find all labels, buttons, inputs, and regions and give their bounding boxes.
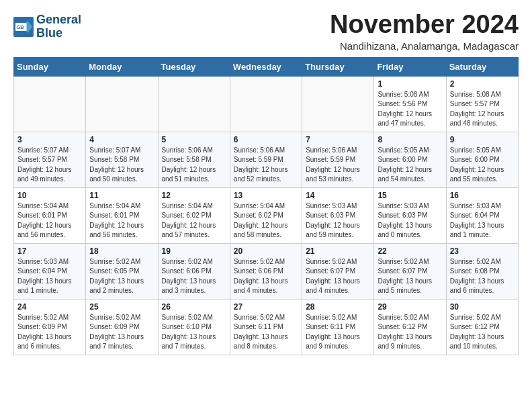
day-number: 6 — [234, 135, 298, 144]
day-number: 11 — [89, 191, 154, 200]
day-number: 12 — [162, 191, 226, 200]
day-info: Sunrise: 5:04 AM Sunset: 6:02 PM Dayligh… — [234, 201, 298, 240]
day-info: Sunrise: 5:02 AM Sunset: 6:09 PM Dayligh… — [17, 313, 82, 352]
calendar-day-cell: 23Sunrise: 5:02 AM Sunset: 6:08 PM Dayli… — [446, 243, 518, 299]
logo: GB General Blue — [13, 13, 81, 40]
day-info: Sunrise: 5:06 AM Sunset: 5:59 PM Dayligh… — [234, 146, 298, 185]
calendar-day-cell — [230, 76, 302, 132]
day-info: Sunrise: 5:03 AM Sunset: 6:03 PM Dayligh… — [378, 201, 442, 240]
calendar-day-cell — [302, 76, 374, 132]
day-info: Sunrise: 5:08 AM Sunset: 5:56 PM Dayligh… — [378, 90, 442, 129]
calendar-day-cell: 11Sunrise: 5:04 AM Sunset: 6:01 PM Dayli… — [86, 187, 158, 243]
weekday-header-cell: Friday — [374, 57, 446, 76]
day-number: 23 — [450, 246, 515, 256]
weekday-header-cell: Wednesday — [230, 57, 302, 76]
logo-text: General Blue — [36, 13, 81, 40]
day-info: Sunrise: 5:07 AM Sunset: 5:57 PM Dayligh… — [17, 146, 82, 185]
day-info: Sunrise: 5:02 AM Sunset: 6:09 PM Dayligh… — [89, 313, 154, 352]
day-info: Sunrise: 5:07 AM Sunset: 5:58 PM Dayligh… — [89, 146, 154, 185]
day-info: Sunrise: 5:02 AM Sunset: 6:07 PM Dayligh… — [378, 257, 442, 296]
calendar-day-cell: 15Sunrise: 5:03 AM Sunset: 6:03 PM Dayli… — [374, 187, 446, 243]
day-number: 14 — [306, 191, 370, 200]
day-info: Sunrise: 5:02 AM Sunset: 6:07 PM Dayligh… — [306, 257, 370, 296]
day-number: 30 — [450, 302, 515, 312]
day-number: 2 — [450, 79, 515, 89]
calendar-week-row: 17Sunrise: 5:03 AM Sunset: 6:04 PM Dayli… — [14, 243, 519, 299]
day-info: Sunrise: 5:02 AM Sunset: 6:06 PM Dayligh… — [162, 257, 226, 296]
calendar-week-row: 10Sunrise: 5:04 AM Sunset: 6:01 PM Dayli… — [14, 187, 519, 243]
calendar-day-cell: 10Sunrise: 5:04 AM Sunset: 6:01 PM Dayli… — [14, 187, 86, 243]
weekday-header-cell: Thursday — [302, 57, 374, 76]
day-info: Sunrise: 5:02 AM Sunset: 6:06 PM Dayligh… — [234, 257, 298, 296]
weekday-header-cell: Monday — [86, 57, 158, 76]
day-number: 8 — [378, 135, 442, 144]
calendar-day-cell — [86, 76, 158, 132]
calendar-day-cell: 27Sunrise: 5:02 AM Sunset: 6:11 PM Dayli… — [230, 299, 302, 355]
day-info: Sunrise: 5:02 AM Sunset: 6:11 PM Dayligh… — [306, 313, 370, 352]
calendar-body: 1Sunrise: 5:08 AM Sunset: 5:56 PM Daylig… — [14, 76, 519, 355]
calendar-day-cell: 17Sunrise: 5:03 AM Sunset: 6:04 PM Dayli… — [14, 243, 86, 299]
day-number: 22 — [378, 246, 442, 256]
calendar-week-row: 1Sunrise: 5:08 AM Sunset: 5:56 PM Daylig… — [14, 76, 519, 132]
calendar-day-cell: 22Sunrise: 5:02 AM Sunset: 6:07 PM Dayli… — [374, 243, 446, 299]
day-number: 27 — [234, 302, 298, 312]
day-number: 25 — [89, 302, 154, 312]
day-number: 26 — [162, 302, 226, 312]
title-block: November 2024 Nandihizana, Analamanga, M… — [330, 11, 519, 52]
calendar-day-cell: 18Sunrise: 5:02 AM Sunset: 6:05 PM Dayli… — [86, 243, 158, 299]
calendar-day-cell: 21Sunrise: 5:02 AM Sunset: 6:07 PM Dayli… — [302, 243, 374, 299]
calendar-day-cell: 19Sunrise: 5:02 AM Sunset: 6:06 PM Dayli… — [158, 243, 230, 299]
calendar-day-cell: 7Sunrise: 5:06 AM Sunset: 5:59 PM Daylig… — [302, 132, 374, 187]
day-info: Sunrise: 5:02 AM Sunset: 6:12 PM Dayligh… — [378, 313, 442, 352]
svg-text:GB: GB — [17, 24, 25, 30]
calendar-day-cell: 20Sunrise: 5:02 AM Sunset: 6:06 PM Dayli… — [230, 243, 302, 299]
day-info: Sunrise: 5:02 AM Sunset: 6:08 PM Dayligh… — [450, 257, 515, 296]
calendar-day-cell: 2Sunrise: 5:08 AM Sunset: 5:57 PM Daylig… — [446, 76, 518, 132]
weekday-header-cell: Saturday — [446, 57, 518, 76]
calendar-table: SundayMondayTuesdayWednesdayThursdayFrid… — [13, 57, 519, 355]
day-number: 7 — [306, 135, 370, 144]
day-number: 1 — [378, 79, 442, 89]
day-info: Sunrise: 5:02 AM Sunset: 6:11 PM Dayligh… — [234, 313, 298, 352]
calendar-day-cell: 29Sunrise: 5:02 AM Sunset: 6:12 PM Dayli… — [374, 299, 446, 355]
month-title: November 2024 — [330, 11, 519, 39]
calendar-day-cell: 24Sunrise: 5:02 AM Sunset: 6:09 PM Dayli… — [14, 299, 86, 355]
calendar-week-row: 24Sunrise: 5:02 AM Sunset: 6:09 PM Dayli… — [14, 299, 519, 355]
day-info: Sunrise: 5:04 AM Sunset: 6:01 PM Dayligh… — [89, 201, 154, 240]
day-info: Sunrise: 5:02 AM Sunset: 6:05 PM Dayligh… — [89, 257, 154, 296]
day-info: Sunrise: 5:02 AM Sunset: 6:12 PM Dayligh… — [450, 313, 515, 352]
day-info: Sunrise: 5:06 AM Sunset: 5:58 PM Dayligh… — [162, 146, 226, 185]
day-number: 10 — [17, 191, 82, 200]
day-number: 3 — [17, 135, 82, 144]
day-info: Sunrise: 5:05 AM Sunset: 6:00 PM Dayligh… — [378, 146, 442, 185]
calendar-day-cell: 26Sunrise: 5:02 AM Sunset: 6:10 PM Dayli… — [158, 299, 230, 355]
day-number: 4 — [89, 135, 154, 144]
calendar-week-row: 3Sunrise: 5:07 AM Sunset: 5:57 PM Daylig… — [14, 132, 519, 187]
day-info: Sunrise: 5:08 AM Sunset: 5:57 PM Dayligh… — [450, 90, 515, 129]
day-number: 9 — [450, 135, 515, 144]
calendar-day-cell: 1Sunrise: 5:08 AM Sunset: 5:56 PM Daylig… — [374, 76, 446, 132]
calendar-day-cell: 8Sunrise: 5:05 AM Sunset: 6:00 PM Daylig… — [374, 132, 446, 187]
calendar-day-cell: 16Sunrise: 5:03 AM Sunset: 6:04 PM Dayli… — [446, 187, 518, 243]
calendar-day-cell: 28Sunrise: 5:02 AM Sunset: 6:11 PM Dayli… — [302, 299, 374, 355]
calendar-day-cell: 5Sunrise: 5:06 AM Sunset: 5:58 PM Daylig… — [158, 132, 230, 187]
calendar-day-cell — [158, 76, 230, 132]
day-number: 18 — [89, 246, 154, 256]
calendar-day-cell: 3Sunrise: 5:07 AM Sunset: 5:57 PM Daylig… — [14, 132, 86, 187]
day-info: Sunrise: 5:02 AM Sunset: 6:10 PM Dayligh… — [162, 313, 226, 352]
day-info: Sunrise: 5:03 AM Sunset: 6:03 PM Dayligh… — [306, 201, 370, 240]
page-header: GB General Blue November 2024 Nandihizan… — [13, 11, 519, 52]
logo-icon: GB — [13, 17, 34, 37]
location-subtitle: Nandihizana, Analamanga, Madagascar — [330, 40, 519, 52]
day-number: 29 — [378, 302, 442, 312]
day-number: 17 — [17, 246, 82, 256]
calendar-day-cell: 14Sunrise: 5:03 AM Sunset: 6:03 PM Dayli… — [302, 187, 374, 243]
day-info: Sunrise: 5:03 AM Sunset: 6:04 PM Dayligh… — [17, 257, 82, 296]
day-number: 20 — [234, 246, 298, 256]
day-info: Sunrise: 5:04 AM Sunset: 6:01 PM Dayligh… — [17, 201, 82, 240]
calendar-day-cell: 12Sunrise: 5:04 AM Sunset: 6:02 PM Dayli… — [158, 187, 230, 243]
day-number: 16 — [450, 191, 515, 200]
calendar-day-cell: 6Sunrise: 5:06 AM Sunset: 5:59 PM Daylig… — [230, 132, 302, 187]
day-number: 15 — [378, 191, 442, 200]
day-number: 5 — [162, 135, 226, 144]
